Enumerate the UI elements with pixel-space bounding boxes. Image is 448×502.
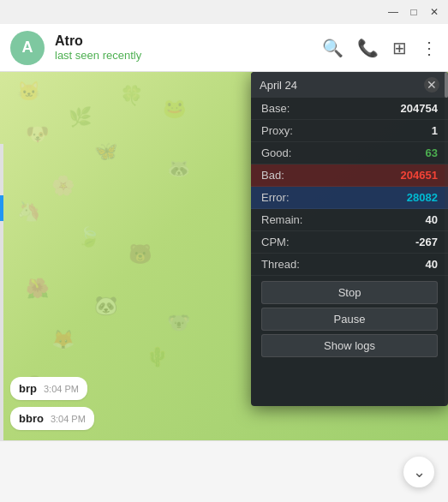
popup-header: April 24 ✕ [251,72,448,98]
header: A Atro last seen recently 🔍 📞 ⊞ ⋮ [0,24,448,72]
message-sender-1: brp [19,382,37,395]
contact-status: last seen recently [55,49,322,62]
popup-label-cpm: CPM: [261,236,290,248]
scroll-down-button[interactable]: ⌄ [403,457,434,487]
scrollbar[interactable] [445,72,448,406]
chat-area: 🐱 🌿 🍀 🐶 🦋 🌸 🐸 🦄 🍃 🐻 🌺 🐼 🦊 🌵 🐢 🦝 🐨 April … [0,72,448,440]
popup-value-good: 63 [426,146,438,159]
popup-value-proxy: 1 [432,124,438,137]
minimize-button[interactable]: — [386,5,400,19]
scrollbar-thumb [445,72,448,98]
stop-button[interactable]: Stop [261,281,438,304]
popup-value-remain: 40 [426,213,438,226]
header-actions: 🔍 📞 ⊞ ⋮ [322,38,438,58]
popup-label-proxy: Proxy: [261,124,293,137]
popup-row-proxy: Proxy: 1 [251,120,448,142]
popup-buttons: Stop Pause Show logs [251,281,448,357]
popup-row-remain: Remain: 40 [251,209,448,231]
popup-label-remain: Remain: [261,213,302,226]
popup-value-thread: 40 [426,258,438,271]
avatar: A [10,31,45,65]
popup-row-bad: Bad: 204651 [251,164,448,187]
popup-row-good: Good: 63 [251,142,448,164]
maximize-button[interactable]: □ [407,5,421,19]
phone-icon[interactable]: 📞 [357,38,379,58]
message-bubble-2: bbro 3:04 PM [10,407,94,430]
popup-value-bad: 204651 [401,169,438,182]
message-sender-2: bbro [19,412,44,425]
popup-label-base: Base: [261,102,290,115]
show-logs-button[interactable]: Show logs [261,334,438,357]
title-bar: — □ ✕ [0,0,448,24]
message-row-2: bbro 3:04 PM [10,407,438,433]
popup-row-thread: Thread: 40 [251,254,448,276]
popup-panel: April 24 ✕ Base: 204754 Proxy: 1 Good: 6… [251,72,448,406]
popup-label-error: Error: [261,191,290,204]
popup-value-base: 204754 [401,102,438,115]
message-time-1: 3:04 PM [44,384,79,394]
header-info: Atro last seen recently [55,33,322,62]
pause-button[interactable]: Pause [261,308,438,331]
popup-label-good: Good: [261,146,291,159]
message-bubble-1: brp 3:04 PM [10,377,87,400]
bottom-bar: ⌄ [0,440,448,502]
popup-close-button[interactable]: ✕ [424,77,439,93]
chevron-down-icon: ⌄ [413,463,426,481]
popup-label-bad: Bad: [261,169,284,182]
popup-label-thread: Thread: [261,258,300,271]
popup-title: April 24 [260,79,297,92]
layout-icon[interactable]: ⊞ [392,38,407,58]
sidebar-dot [0,195,3,221]
search-icon[interactable]: 🔍 [322,38,343,58]
more-icon[interactable]: ⋮ [421,38,438,58]
popup-row-base: Base: 204754 [251,98,448,120]
message-time-2: 3:04 PM [51,414,86,424]
contact-name: Atro [55,33,322,49]
popup-value-cpm: -267 [415,236,438,248]
popup-value-error: 28082 [407,191,438,204]
popup-row-cpm: CPM: -267 [251,231,448,254]
close-button[interactable]: ✕ [427,5,441,19]
popup-row-error: Error: 28082 [251,187,448,209]
